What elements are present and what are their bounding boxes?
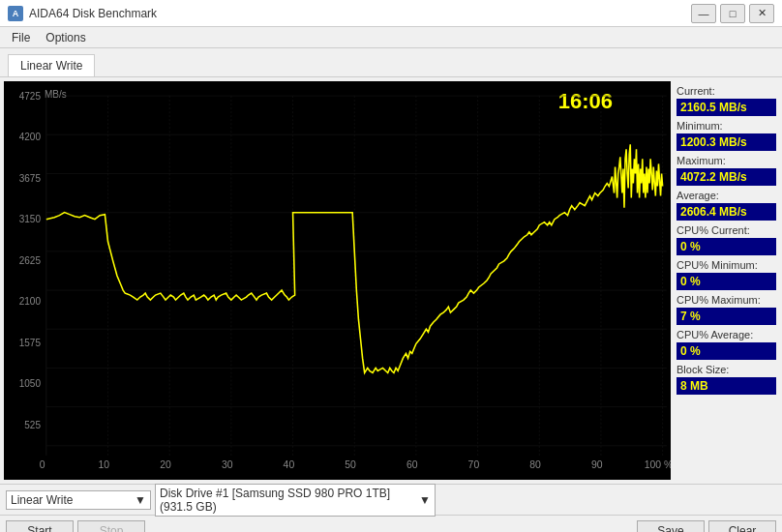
disk-drive-dropdown[interactable]: Disk Drive #1 [Samsung SSD 980 PRO 1TB] … xyxy=(155,484,436,517)
svg-text:80: 80 xyxy=(529,459,541,470)
cpu-minimum-label: CPU% Minimum: xyxy=(677,259,776,271)
save-button[interactable]: Save xyxy=(637,520,705,533)
title-bar: A AIDA64 Disk Benchmark — □ ✕ xyxy=(0,0,782,27)
current-value: 2160.5 MB/s xyxy=(677,99,776,116)
svg-text:0: 0 xyxy=(40,459,45,470)
cpu-current-value: 0 % xyxy=(677,238,776,255)
bottom-controls: Linear Write ▼ Disk Drive #1 [Samsung SS… xyxy=(0,484,782,515)
cpu-maximum-label: CPU% Maximum: xyxy=(677,294,776,306)
test-mode-dropdown[interactable]: Linear Write ▼ xyxy=(6,490,151,510)
maximum-value: 4072.2 MB/s xyxy=(677,168,776,186)
svg-text:50: 50 xyxy=(345,459,356,470)
cpu-average-value: 0 % xyxy=(677,342,776,360)
cpu-minimum-value: 0 % xyxy=(677,273,776,290)
cpu-maximum-value: 7 % xyxy=(677,308,776,325)
clear-button[interactable]: Clear xyxy=(708,520,776,533)
menu-bar: File Options xyxy=(0,27,782,48)
cpu-average-label: CPU% Average: xyxy=(677,329,776,340)
main-content: MB/s 16:06 4725 4200 3675 3150 2625 2100… xyxy=(0,77,782,484)
svg-text:10: 10 xyxy=(99,459,110,470)
cpu-current-label: CPU% Current: xyxy=(677,224,776,236)
tab-bar: Linear Write xyxy=(0,48,782,77)
blocksize-label: Block Size: xyxy=(677,364,776,375)
minimize-button[interactable]: — xyxy=(691,4,716,23)
menu-file[interactable]: File xyxy=(4,29,38,46)
minimum-label: Minimum: xyxy=(677,120,776,132)
chart-svg: 0 10 20 30 40 50 60 70 80 90 100 % xyxy=(4,81,671,480)
chart-area: MB/s 16:06 4725 4200 3675 3150 2625 2100… xyxy=(4,81,671,480)
current-label: Current: xyxy=(677,85,776,97)
disk-drive-value: Disk Drive #1 [Samsung SSD 980 PRO 1TB] … xyxy=(160,487,419,514)
average-label: Average: xyxy=(677,190,776,201)
app-title: AIDA64 Disk Benchmark xyxy=(29,7,157,20)
blocksize-value: 8 MB xyxy=(677,377,776,395)
action-controls: Start Stop Save Clear xyxy=(0,515,782,532)
menu-options[interactable]: Options xyxy=(38,29,93,46)
svg-text:30: 30 xyxy=(222,459,233,470)
minimum-value: 1200.3 MB/s xyxy=(677,133,776,151)
window-controls: — □ ✕ xyxy=(691,4,774,23)
svg-text:70: 70 xyxy=(468,459,480,470)
close-button[interactable]: ✕ xyxy=(749,4,774,23)
disk-drive-chevron: ▼ xyxy=(419,493,431,507)
app-icon: A xyxy=(8,6,23,21)
maximum-label: Maximum: xyxy=(677,155,776,166)
svg-text:20: 20 xyxy=(160,459,171,470)
stop-button[interactable]: Stop xyxy=(77,520,145,533)
maximize-button[interactable]: □ xyxy=(720,4,745,23)
test-mode-chevron: ▼ xyxy=(135,493,146,507)
right-panel: Current: 2160.5 MB/s Minimum: 1200.3 MB/… xyxy=(671,77,782,484)
tab-linear-write[interactable]: Linear Write xyxy=(8,54,95,76)
svg-text:40: 40 xyxy=(284,459,295,470)
svg-text:90: 90 xyxy=(591,459,603,470)
start-button[interactable]: Start xyxy=(6,520,74,533)
test-mode-value: Linear Write xyxy=(11,493,73,507)
svg-text:60: 60 xyxy=(406,459,418,470)
average-value: 2606.4 MB/s xyxy=(677,203,776,221)
svg-text:100 %: 100 % xyxy=(645,459,671,470)
